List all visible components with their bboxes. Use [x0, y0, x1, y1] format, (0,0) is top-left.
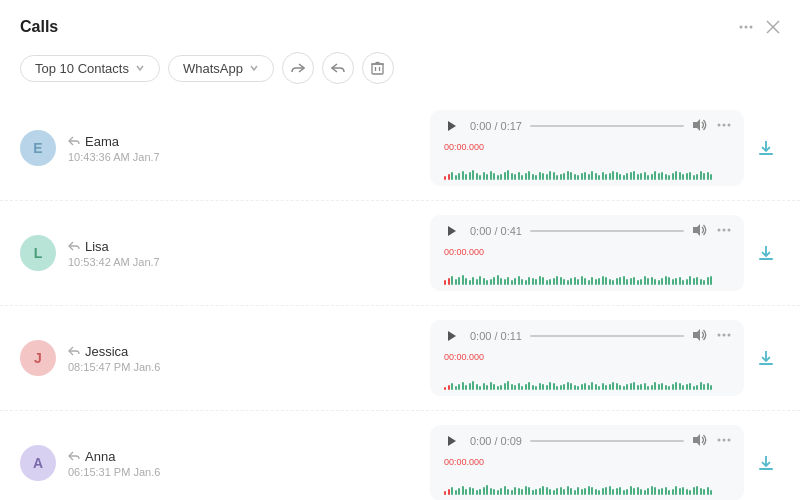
- more-dots-icon: [716, 432, 732, 448]
- volume-icon[interactable]: [692, 223, 708, 240]
- download-button[interactable]: [752, 449, 780, 477]
- svg-point-20: [728, 228, 731, 231]
- volume-icon-svg: [692, 118, 708, 132]
- more-dots-icon: [716, 327, 732, 343]
- volume-icon[interactable]: [692, 118, 708, 135]
- download-icon: [757, 139, 775, 157]
- call-time: 06:15:31 PM Jan.6: [68, 466, 418, 478]
- svg-point-1: [745, 26, 748, 29]
- progress-bar[interactable]: [530, 335, 684, 337]
- download-button[interactable]: [752, 344, 780, 372]
- call-item: E Eama 10:43:36 AM Jan.7: [0, 96, 800, 201]
- svg-marker-16: [448, 226, 456, 236]
- progress-bar[interactable]: [530, 440, 684, 442]
- audio-player: 0:00 / 0:11: [430, 320, 744, 396]
- avatar: L: [20, 235, 56, 271]
- audio-container: 0:00 / 0:41: [430, 215, 780, 291]
- app-filter-dropdown[interactable]: WhatsApp: [168, 55, 274, 82]
- call-name: Anna: [68, 449, 418, 464]
- svg-point-24: [718, 333, 721, 336]
- waveform: [444, 467, 732, 495]
- call-name: Eama: [68, 134, 418, 149]
- svg-rect-5: [372, 64, 383, 74]
- avatar: E: [20, 130, 56, 166]
- toolbar: Top 10 Contacts WhatsApp: [0, 46, 800, 96]
- download-button[interactable]: [752, 134, 780, 162]
- svg-rect-27: [759, 363, 773, 365]
- audio-controls: 0:00 / 0:17: [442, 116, 732, 136]
- play-button[interactable]: [442, 431, 462, 451]
- forward-button[interactable]: [282, 52, 314, 84]
- more-options-button[interactable]: [716, 117, 732, 136]
- svg-marker-23: [693, 329, 700, 341]
- dots-icon[interactable]: [738, 19, 754, 35]
- call-info: Eama 10:43:36 AM Jan.7: [68, 134, 418, 163]
- reply-arrow-icon: [68, 451, 80, 461]
- more-options-button[interactable]: [716, 222, 732, 241]
- reply-arrow-icon: [68, 241, 80, 251]
- call-info: Lisa 10:53:42 AM Jan.7: [68, 239, 418, 268]
- call-item: L Lisa 10:53:42 AM Jan.7: [0, 201, 800, 306]
- svg-rect-21: [759, 258, 773, 260]
- call-time: 10:43:36 AM Jan.7: [68, 151, 418, 163]
- reply-icon: [331, 61, 345, 75]
- call-info: Anna 06:15:31 PM Jan.6: [68, 449, 418, 478]
- more-dots-icon: [716, 222, 732, 238]
- page-title: Calls: [20, 18, 58, 36]
- audio-player: 0:00 / 0:09: [430, 425, 744, 500]
- progress-bar[interactable]: [530, 125, 684, 127]
- svg-point-25: [723, 333, 726, 336]
- call-info: Jessica 08:15:47 PM Jan.6: [68, 344, 418, 373]
- play-button[interactable]: [442, 221, 462, 241]
- svg-point-26: [728, 333, 731, 336]
- more-options-button[interactable]: [716, 432, 732, 451]
- svg-point-18: [718, 228, 721, 231]
- reply-button[interactable]: [322, 52, 354, 84]
- waveform: [444, 257, 732, 285]
- svg-point-2: [750, 26, 753, 29]
- volume-icon[interactable]: [692, 328, 708, 345]
- reply-arrow-icon: [68, 136, 80, 146]
- waveform: [444, 362, 732, 390]
- more-dots-icon: [716, 117, 732, 133]
- audio-container: 0:00 / 0:11: [430, 320, 780, 396]
- calls-list: E Eama 10:43:36 AM Jan.7: [0, 96, 800, 500]
- call-time: 10:53:42 AM Jan.7: [68, 256, 418, 268]
- close-icon[interactable]: [766, 20, 780, 34]
- more-options-button[interactable]: [716, 327, 732, 346]
- volume-icon-svg: [692, 433, 708, 447]
- waveform: [444, 152, 732, 180]
- svg-point-14: [728, 123, 731, 126]
- svg-point-32: [728, 438, 731, 441]
- avatar: A: [20, 445, 56, 481]
- svg-marker-28: [448, 436, 456, 446]
- waveform-time: 00:00.000: [444, 352, 732, 362]
- audio-container: 0:00 / 0:09: [430, 425, 780, 500]
- audio-controls: 0:00 / 0:11: [442, 326, 732, 346]
- volume-icon-svg: [692, 328, 708, 342]
- svg-marker-10: [448, 121, 456, 131]
- svg-marker-29: [693, 434, 700, 446]
- play-button[interactable]: [442, 326, 462, 346]
- play-button[interactable]: [442, 116, 462, 136]
- trash-icon: [371, 61, 384, 75]
- audio-controls: 0:00 / 0:09: [442, 431, 732, 451]
- waveform-time: 00:00.000: [444, 457, 732, 467]
- play-icon: [445, 434, 459, 448]
- waveform-time: 00:00.000: [444, 247, 732, 257]
- svg-marker-22: [448, 331, 456, 341]
- download-icon: [757, 349, 775, 367]
- call-item: J Jessica 08:15:47 PM Jan.6: [0, 306, 800, 411]
- volume-icon[interactable]: [692, 433, 708, 450]
- volume-icon-svg: [692, 223, 708, 237]
- svg-point-12: [718, 123, 721, 126]
- chevron-down-icon: [135, 63, 145, 73]
- contacts-filter-dropdown[interactable]: Top 10 Contacts: [20, 55, 160, 82]
- svg-marker-11: [693, 119, 700, 131]
- progress-bar[interactable]: [530, 230, 684, 232]
- svg-point-19: [723, 228, 726, 231]
- delete-button[interactable]: [362, 52, 394, 84]
- svg-rect-33: [759, 468, 773, 470]
- download-button[interactable]: [752, 239, 780, 267]
- audio-player: 0:00 / 0:17: [430, 110, 744, 186]
